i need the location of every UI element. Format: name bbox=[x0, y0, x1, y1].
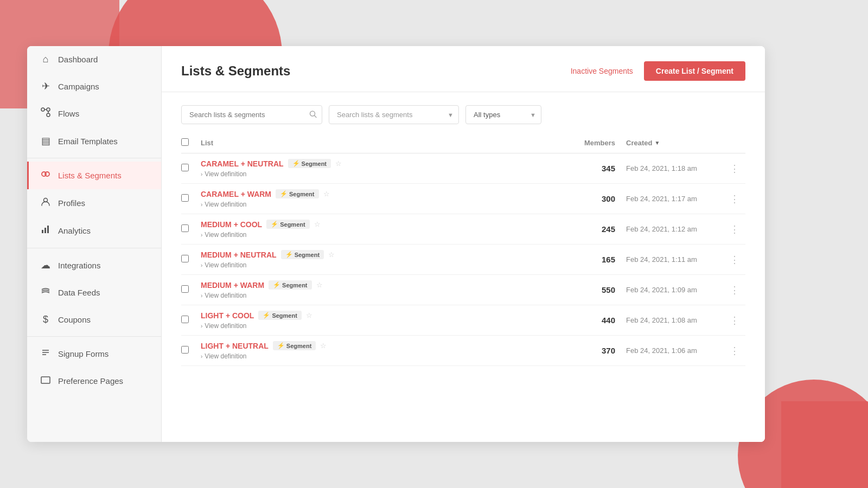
more-options-icon-2[interactable]: ⋮ bbox=[730, 224, 740, 235]
chevron-right-icon-0: › bbox=[201, 171, 202, 177]
segment-badge-1: ⚡ Segment bbox=[276, 189, 318, 198]
col-created-header: Created ▼ bbox=[615, 139, 724, 147]
view-definition-4[interactable]: › View definition bbox=[201, 292, 561, 299]
table-row: MEDIUM + NEUTRAL ⚡ Segment ☆ › View defi… bbox=[181, 245, 745, 275]
more-options-icon-1[interactable]: ⋮ bbox=[730, 194, 740, 204]
list-name-4[interactable]: MEDIUM + WARM bbox=[201, 281, 264, 290]
chevron-right-icon-4: › bbox=[201, 293, 202, 299]
star-icon-1[interactable]: ☆ bbox=[323, 190, 330, 198]
search-bar-area: Search lists & segments ▼ All types List… bbox=[162, 92, 765, 133]
row-check-5[interactable] bbox=[181, 316, 189, 323]
inactive-segments-link[interactable]: Inactive Segments bbox=[571, 67, 633, 75]
svg-rect-8 bbox=[42, 230, 43, 233]
row-created-6: Feb 24, 2021, 1:06 am bbox=[615, 346, 724, 355]
lists-segments-icon bbox=[40, 169, 52, 182]
row-checkbox-3 bbox=[181, 255, 201, 265]
row-check-6[interactable] bbox=[181, 346, 189, 354]
type-filter-dropdown[interactable]: All types Lists Segments bbox=[465, 105, 541, 124]
table-row: LIGHT + COOL ⚡ Segment ☆ › View definiti… bbox=[181, 305, 745, 336]
sidebar-item-data-feeds[interactable]: Data Feeds bbox=[27, 279, 161, 306]
row-created-2: Feb 24, 2021, 1:12 am bbox=[615, 225, 724, 233]
list-name-2[interactable]: MEDIUM + COOL bbox=[201, 220, 262, 229]
more-options-icon-6[interactable]: ⋮ bbox=[730, 345, 740, 356]
star-icon-0[interactable]: ☆ bbox=[335, 159, 342, 168]
view-definition-label-6: View definition bbox=[205, 352, 246, 360]
view-definition-2[interactable]: › View definition bbox=[201, 231, 561, 239]
row-info-5: LIGHT + COOL ⚡ Segment ☆ › View definiti… bbox=[201, 305, 561, 335]
table-area: List Members Created ▼ CARAMEL + NEUTRAL bbox=[162, 133, 765, 366]
select-all-checkbox[interactable] bbox=[181, 138, 189, 146]
view-definition-0[interactable]: › View definition bbox=[201, 170, 561, 178]
row-checkbox-6 bbox=[181, 346, 201, 356]
row-check-3[interactable] bbox=[181, 255, 189, 262]
sidebar-item-email-templates[interactable]: ▤ Email Templates bbox=[27, 127, 161, 155]
view-definition-5[interactable]: › View definition bbox=[201, 322, 561, 330]
email-templates-icon: ▤ bbox=[40, 135, 52, 147]
search-dropdown-wrapper: Search lists & segments ▼ bbox=[329, 105, 459, 124]
svg-point-1 bbox=[47, 113, 50, 117]
sidebar-item-campaigns[interactable]: ✈ Campaigns bbox=[27, 73, 161, 100]
sidebar-item-profiles[interactable]: Profiles bbox=[27, 189, 161, 217]
row-created-0: Feb 24, 2021, 1:18 am bbox=[615, 164, 724, 172]
sidebar-label-profiles: Profiles bbox=[58, 198, 85, 208]
row-checkbox-2 bbox=[181, 224, 201, 234]
sidebar-item-integrations[interactable]: ☁ Integrations bbox=[27, 252, 161, 279]
page-title: Lists & Segments bbox=[181, 63, 290, 79]
coupons-icon: $ bbox=[40, 314, 52, 325]
row-members-0: 345 bbox=[561, 164, 615, 173]
sidebar-item-coupons[interactable]: $ Coupons bbox=[27, 306, 161, 333]
search-segments-dropdown[interactable]: Search lists & segments bbox=[329, 105, 459, 124]
list-name-5[interactable]: LIGHT + COOL bbox=[201, 311, 254, 320]
row-name-line-4: MEDIUM + WARM ⚡ Segment ☆ bbox=[201, 280, 561, 290]
view-definition-1[interactable]: › View definition bbox=[201, 201, 561, 208]
star-icon-6[interactable]: ☆ bbox=[320, 342, 327, 350]
more-options-icon-3[interactable]: ⋮ bbox=[730, 254, 740, 265]
row-name-line-0: CARAMEL + NEUTRAL ⚡ Segment ☆ bbox=[201, 159, 561, 168]
table-row: LIGHT + NEUTRAL ⚡ Segment ☆ › View defin… bbox=[181, 336, 745, 366]
sidebar-item-preference-pages[interactable]: Preference Pages bbox=[27, 368, 161, 394]
row-check-4[interactable] bbox=[181, 285, 189, 293]
row-check-0[interactable] bbox=[181, 164, 189, 171]
list-name-3[interactable]: MEDIUM + NEUTRAL bbox=[201, 251, 277, 259]
table-row: MEDIUM + WARM ⚡ Segment ☆ › View definit… bbox=[181, 275, 745, 305]
star-icon-3[interactable]: ☆ bbox=[328, 251, 335, 259]
main-content: Lists & Segments Inactive Segments Creat… bbox=[162, 46, 765, 442]
header-actions: Inactive Segments Create List / Segment bbox=[571, 61, 745, 81]
row-actions-4: ⋮ bbox=[724, 284, 745, 296]
sidebar-item-analytics[interactable]: Analytics bbox=[27, 217, 161, 245]
view-definition-6[interactable]: › View definition bbox=[201, 352, 561, 360]
star-icon-2[interactable]: ☆ bbox=[314, 220, 321, 228]
search-input[interactable] bbox=[181, 105, 322, 124]
row-check-1[interactable] bbox=[181, 194, 189, 202]
view-definition-label-2: View definition bbox=[205, 231, 246, 239]
view-definition-3[interactable]: › View definition bbox=[201, 261, 561, 269]
row-check-2[interactable] bbox=[181, 224, 189, 232]
profiles-icon bbox=[40, 197, 52, 209]
list-name-1[interactable]: CARAMEL + WARM bbox=[201, 190, 271, 198]
row-checkbox-4 bbox=[181, 285, 201, 295]
row-actions-3: ⋮ bbox=[724, 254, 745, 266]
sidebar-divider-1 bbox=[27, 158, 161, 158]
sidebar-item-flows[interactable]: Flows bbox=[27, 100, 161, 127]
list-name-0[interactable]: CARAMEL + NEUTRAL bbox=[201, 159, 284, 168]
sidebar-item-signup-forms[interactable]: Signup Forms bbox=[27, 340, 161, 368]
create-list-segment-button[interactable]: Create List / Segment bbox=[644, 61, 745, 81]
sidebar-label-lists-segments: Lists & Segments bbox=[58, 171, 122, 180]
row-info-6: LIGHT + NEUTRAL ⚡ Segment ☆ › View defin… bbox=[201, 336, 561, 365]
list-name-6[interactable]: LIGHT + NEUTRAL bbox=[201, 342, 269, 350]
more-options-icon-0[interactable]: ⋮ bbox=[730, 163, 740, 174]
sidebar-item-dashboard[interactable]: ⌂ Dashboard bbox=[27, 46, 161, 73]
more-options-icon-4[interactable]: ⋮ bbox=[730, 285, 740, 296]
sidebar-label-preference-pages: Preference Pages bbox=[58, 376, 123, 386]
bg-rect-bottom-right bbox=[781, 401, 868, 488]
more-options-icon-5[interactable]: ⋮ bbox=[730, 315, 740, 326]
type-dropdown-wrapper: All types Lists Segments ▼ bbox=[465, 105, 541, 124]
row-created-5: Feb 24, 2021, 1:08 am bbox=[615, 316, 724, 324]
sidebar-item-lists-segments[interactable]: Lists & Segments bbox=[27, 162, 161, 189]
row-actions-5: ⋮ bbox=[724, 314, 745, 326]
star-icon-4[interactable]: ☆ bbox=[316, 281, 323, 289]
star-icon-5[interactable]: ☆ bbox=[306, 311, 312, 319]
bolt-icon-1: ⚡ bbox=[280, 190, 288, 197]
segment-badge-4: ⚡ Segment bbox=[269, 280, 311, 290]
created-sort-button[interactable]: Created ▼ bbox=[626, 139, 724, 147]
